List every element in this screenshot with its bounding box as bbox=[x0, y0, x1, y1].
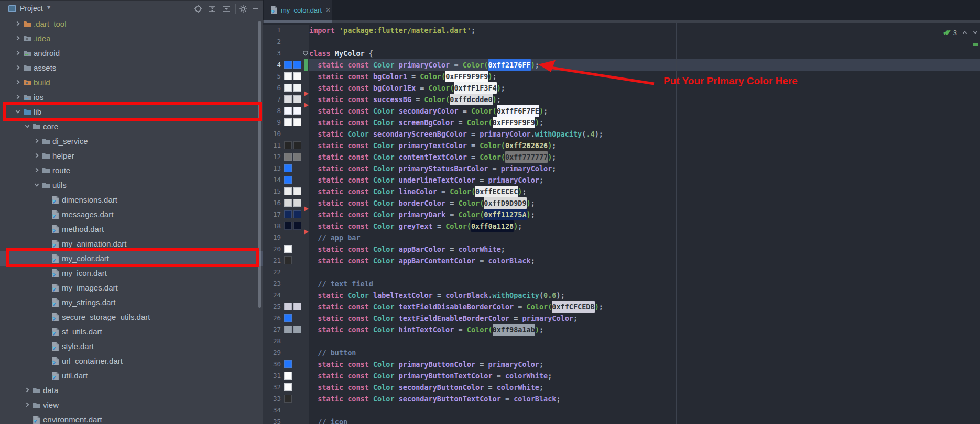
code-line-20[interactable]: 20 static const Color appBarColor = colo… bbox=[263, 243, 980, 255]
code-line-30[interactable]: 30 static const Color primaryButtonColor… bbox=[263, 359, 980, 370]
prev-problem-icon[interactable] bbox=[962, 30, 967, 35]
code-line-10[interactable]: 10 static Color secondaryScreenBgColor =… bbox=[263, 128, 980, 140]
tree-item-my-images-dart[interactable]: my_images.dart bbox=[0, 281, 263, 295]
gear-icon[interactable] bbox=[238, 4, 248, 14]
tree-item-helper[interactable]: helper bbox=[0, 149, 263, 163]
color-preview-swatch[interactable] bbox=[293, 95, 301, 103]
color-preview-swatch[interactable] bbox=[284, 383, 292, 391]
color-preview-swatch[interactable] bbox=[293, 84, 301, 92]
color-preview-swatch[interactable] bbox=[293, 187, 301, 195]
chevron-down-icon[interactable]: ▾ bbox=[47, 4, 50, 11]
fold-marker-icon[interactable] bbox=[303, 51, 308, 56]
code-line-14[interactable]: 14 static const Color underlineTextColor… bbox=[263, 174, 980, 186]
code-line-25[interactable]: 25 static const Color textFieldDisableBo… bbox=[263, 301, 980, 313]
tree-item-build[interactable]: build bbox=[0, 75, 263, 90]
color-hex-literal[interactable]: 0xffECECEC bbox=[475, 186, 518, 197]
tree-item-android[interactable]: android bbox=[0, 46, 263, 61]
tree-item-route[interactable]: route bbox=[0, 163, 263, 178]
color-preview-swatch[interactable] bbox=[284, 61, 292, 69]
color-preview-swatch[interactable] bbox=[284, 72, 292, 80]
color-preview-swatch[interactable] bbox=[293, 72, 301, 80]
color-preview-swatch[interactable] bbox=[293, 61, 301, 69]
tree-item-messages-dart[interactable]: messages.dart bbox=[0, 207, 263, 222]
color-hex-literal[interactable]: 0xff262626 bbox=[505, 140, 548, 151]
color-preview-swatch[interactable] bbox=[293, 199, 301, 207]
collapse-all-icon[interactable] bbox=[222, 4, 231, 14]
color-preview-swatch[interactable] bbox=[284, 95, 292, 103]
code-line-12[interactable]: 12 static const Color contentTextColor =… bbox=[263, 151, 980, 163]
code-line-2[interactable]: 2 bbox=[263, 36, 980, 48]
color-preview-swatch[interactable] bbox=[284, 141, 292, 149]
color-preview-swatch[interactable] bbox=[284, 303, 292, 310]
code-line-16[interactable]: 16 static const Color borderColor = Colo… bbox=[263, 197, 980, 209]
code-line-15[interactable]: 15 static const Color lineColor = Color(… bbox=[263, 186, 980, 197]
code-line-31[interactable]: 31 static const Color primaryButtonTextC… bbox=[263, 370, 980, 382]
chevron-right-icon[interactable] bbox=[15, 35, 22, 42]
color-hex-literal[interactable]: 0xff98a1ab bbox=[493, 324, 535, 336]
color-preview-swatch[interactable] bbox=[284, 153, 292, 161]
locate-icon[interactable] bbox=[193, 4, 203, 14]
color-preview-swatch[interactable] bbox=[293, 153, 301, 161]
code-line-28[interactable]: 28 bbox=[263, 336, 980, 347]
color-hex-literal[interactable]: 0xff777777 bbox=[505, 151, 548, 163]
color-preview-swatch[interactable] bbox=[293, 222, 301, 230]
next-problem-icon[interactable] bbox=[973, 30, 978, 35]
code-line-29[interactable]: 29 // button bbox=[263, 347, 980, 359]
tree-item-assets[interactable]: assets bbox=[0, 61, 263, 75]
tree-item-style-dart[interactable]: style.dart bbox=[0, 339, 263, 354]
code-line-22[interactable]: 22 bbox=[263, 266, 980, 278]
code-line-13[interactable]: 13 static const Color primaryStatusBarCo… bbox=[263, 163, 980, 174]
tree-item-my-icon-dart[interactable]: my_icon.dart bbox=[0, 266, 263, 281]
code-line-26[interactable]: 26 static const Color textFieldEnableBor… bbox=[263, 313, 980, 324]
code-line-24[interactable]: 24 static Color labelTextColor = colorBl… bbox=[263, 289, 980, 301]
tree-item-environment-dart[interactable]: environment.dart bbox=[0, 412, 263, 424]
tree-item-my-strings-dart[interactable]: my_strings.dart bbox=[0, 295, 263, 310]
color-preview-swatch[interactable] bbox=[284, 84, 292, 92]
tree-item-data[interactable]: data bbox=[0, 383, 263, 398]
color-preview-swatch[interactable] bbox=[284, 314, 292, 322]
color-preview-swatch[interactable] bbox=[293, 141, 301, 149]
chevron-right-icon[interactable] bbox=[24, 401, 31, 409]
color-preview-swatch[interactable] bbox=[284, 164, 292, 172]
tree-item-url-container-dart[interactable]: url_container.dart bbox=[0, 354, 263, 369]
tree-item-utils[interactable]: utils bbox=[0, 178, 263, 193]
code-line-19[interactable]: 19 // app bar bbox=[263, 232, 980, 243]
color-preview-swatch[interactable] bbox=[293, 326, 301, 333]
tree-item-di-service[interactable]: di_service bbox=[0, 134, 263, 149]
chevron-right-icon[interactable] bbox=[15, 94, 22, 101]
expand-all-icon[interactable] bbox=[208, 4, 217, 14]
color-hex-literal[interactable]: 0xffCFCEDB bbox=[552, 301, 594, 313]
code-line-33[interactable]: 33 static const Color secondaryButtonTex… bbox=[263, 393, 980, 405]
tree-item-util-dart[interactable]: util.dart bbox=[0, 369, 263, 383]
color-hex-literal[interactable]: 0xFFF9F9F9 bbox=[493, 117, 535, 128]
tree-item-sf-utils-dart[interactable]: sf_utils.dart bbox=[0, 325, 263, 339]
color-preview-swatch[interactable] bbox=[284, 326, 292, 333]
color-preview-swatch[interactable] bbox=[293, 303, 301, 310]
error-stripe-mark[interactable] bbox=[973, 43, 978, 46]
color-hex-literal[interactable]: 0xff11275A bbox=[484, 209, 526, 220]
code-line-35[interactable]: 35 // icon bbox=[263, 416, 980, 424]
code-line-21[interactable]: 21 static const Color appBarContentColor… bbox=[263, 255, 980, 266]
color-hex-literal[interactable]: 0xffF1F3F4 bbox=[454, 82, 496, 94]
color-preview-swatch[interactable] bbox=[293, 210, 301, 218]
chevron-right-icon[interactable] bbox=[34, 138, 41, 145]
chevron-down-icon[interactable] bbox=[24, 123, 31, 130]
color-hex-literal[interactable]: 0xffdcdde0 bbox=[450, 94, 492, 105]
inspections-widget[interactable]: ✔✔ 3 bbox=[943, 27, 978, 38]
tab-my-color-dart[interactable]: my_color.dart × bbox=[264, 0, 332, 20]
code-line-32[interactable]: 32 static const Color secondaryButtonCol… bbox=[263, 382, 980, 393]
tree-item-dimensions-dart[interactable]: dimensions.dart bbox=[0, 193, 263, 207]
minimize-icon[interactable] bbox=[252, 5, 262, 15]
color-preview-swatch[interactable] bbox=[284, 210, 292, 218]
code-line-11[interactable]: 11 static const Color primaryTextColor =… bbox=[263, 140, 980, 151]
code-line-34[interactable]: 34 bbox=[263, 405, 980, 416]
color-preview-swatch[interactable] bbox=[293, 107, 301, 115]
color-hex-literal[interactable]: 0xff2176FF bbox=[488, 59, 530, 71]
code-line-27[interactable]: 27 static const Color hintTextColor = Co… bbox=[263, 324, 980, 336]
chevron-right-icon[interactable] bbox=[34, 152, 41, 160]
project-tool-window-icon[interactable] bbox=[8, 5, 16, 12]
color-preview-swatch[interactable] bbox=[284, 360, 292, 368]
chevron-down-icon[interactable] bbox=[34, 182, 41, 189]
color-hex-literal[interactable]: 0xff0a1128 bbox=[471, 220, 514, 232]
chevron-right-icon[interactable] bbox=[15, 64, 22, 72]
